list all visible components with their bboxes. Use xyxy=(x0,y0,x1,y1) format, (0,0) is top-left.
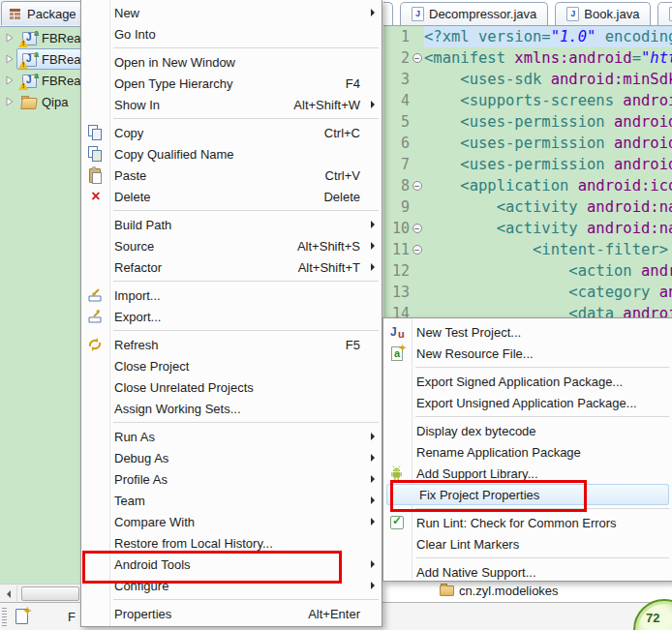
icon-spacer xyxy=(87,535,105,551)
submenu-item-clear-lint-markers[interactable]: Clear Lint Markers xyxy=(383,533,672,555)
menu-item-shortcut: Delete xyxy=(310,190,360,204)
icon-spacer xyxy=(87,358,105,374)
menu-item-open-type-hierarchy[interactable]: Open Type HierarchyF4 xyxy=(81,73,382,94)
menu-item-close-unrelated-projects[interactable]: Close Unrelated Projects xyxy=(81,376,382,398)
code-line-13[interactable]: 13 <category android:name xyxy=(383,282,672,303)
menu-item-show-in[interactable]: Show InAlt+Shift+W xyxy=(81,94,382,115)
copy-qualified-icon xyxy=(87,146,105,162)
code-line-11[interactable]: 11− <intent-filter> xyxy=(383,239,672,260)
submenu-item-add-native-support[interactable]: Add Native Support... xyxy=(383,561,672,583)
menu-separator xyxy=(113,47,379,48)
menu-item-label: New Test Project... xyxy=(416,325,521,340)
code-line-12[interactable]: 12 <action android:name xyxy=(383,260,672,282)
menu-item-profile-as[interactable]: Profile As xyxy=(81,468,382,490)
submenu-item-export-signed-application-package[interactable]: Export Signed Application Package... xyxy=(383,371,672,392)
submenu-item-run-lint-check-for-common-errors[interactable]: ✓Run Lint: Check for Common Errors xyxy=(383,512,672,533)
menu-item-compare-with[interactable]: Compare With xyxy=(81,511,382,532)
menu-item-refresh[interactable]: RefreshF5 xyxy=(81,334,382,355)
submenu-item-rename-application-package[interactable]: Rename Application Package xyxy=(383,441,672,463)
menu-item-import[interactable]: Import... xyxy=(81,285,382,306)
project-context-menu: NewGo IntoOpen in New WindowOpen Type Hi… xyxy=(80,0,382,627)
submenu-arrow-icon xyxy=(371,454,375,462)
scrollbar-thumb[interactable] xyxy=(21,586,79,601)
menu-item-shortcut: Ctrl+V xyxy=(312,168,360,183)
fold-column: − xyxy=(410,53,424,63)
junit-icon: Ju xyxy=(389,324,407,340)
menu-item-team[interactable]: Team xyxy=(81,490,382,511)
menu-item-label: Close Project xyxy=(114,359,189,374)
menu-item-properties[interactable]: PropertiesAlt+Enter xyxy=(81,603,382,624)
new-wizard-icon[interactable]: ✦ xyxy=(15,609,28,624)
menu-item-copy-qualified-name[interactable]: Copy Qualified Name xyxy=(81,143,382,165)
menu-item-label: Rename Application Package xyxy=(416,445,581,460)
menu-item-label: Source xyxy=(114,239,154,254)
speed-ball-value: 72 xyxy=(646,611,659,625)
menu-item-label: Copy Qualified Name xyxy=(114,147,234,162)
code-line-10[interactable]: 10− <activity android:name xyxy=(383,218,672,239)
menu-item-label: Run As xyxy=(114,430,155,444)
menu-item-source[interactable]: SourceAlt+Shift+S xyxy=(81,235,382,256)
menu-item-copy[interactable]: CopyCtrl+C xyxy=(81,122,382,143)
editor-tab-decompressor-java[interactable]: JDecompressor.java xyxy=(400,2,548,25)
copy-icon xyxy=(87,125,105,140)
new-resource-icon: a✦ xyxy=(389,345,407,361)
submenu-item-display-dex-bytecode[interactable]: Display dex bytecode xyxy=(383,420,672,441)
delete-icon: × xyxy=(87,189,105,204)
fold-column: − xyxy=(410,224,424,233)
fold-collapse-icon[interactable]: − xyxy=(412,245,422,255)
collapsed-twisty-icon[interactable] xyxy=(3,97,16,106)
fold-column: − xyxy=(410,245,424,255)
code-line-5[interactable]: 5 <uses-permission android:name xyxy=(383,111,672,133)
statusbar-grip[interactable] xyxy=(2,608,7,626)
code-line-8[interactable]: 8− <application android:icon xyxy=(383,175,672,196)
menu-item-label: Restore from Local History... xyxy=(114,536,273,551)
menu-item-label: Display dex bytecode xyxy=(416,424,536,438)
menu-item-shortcut: F4 xyxy=(332,76,360,91)
menu-item-close-project[interactable]: Close Project xyxy=(81,355,382,376)
menu-item-assign-working-sets[interactable]: Assign Working Sets... xyxy=(81,398,382,419)
collapsed-twisty-icon[interactable] xyxy=(3,33,16,43)
menu-item-debug-as[interactable]: Debug As xyxy=(81,447,382,468)
fold-collapse-icon[interactable]: − xyxy=(412,224,422,233)
menu-item-open-in-new-window[interactable]: Open in New Window xyxy=(81,51,382,73)
code-line-3[interactable]: 3 <uses-sdk android:minSdkVersion="8" xyxy=(383,69,672,90)
editor-tab-book-java[interactable]: JBook.java xyxy=(555,2,651,25)
code-line-7[interactable]: 7 <uses-permission android:name xyxy=(383,154,672,175)
menu-item-run-as[interactable]: Run As xyxy=(81,426,382,447)
submenu-item-new-resource-file[interactable]: a✦New Resource File... xyxy=(383,343,672,364)
menu-item-export[interactable]: Export... xyxy=(81,306,382,327)
code-line-6[interactable]: 6 <uses-permission android:name xyxy=(383,133,672,154)
submenu-item-export-unsigned-application-package[interactable]: Export Unsigned Application Package... xyxy=(383,392,672,413)
menu-item-go-into[interactable]: Go Into xyxy=(81,23,382,45)
code-line-2[interactable]: 2−<manifest xmlns:android="http://schema… xyxy=(383,47,672,69)
fold-collapse-icon[interactable]: − xyxy=(412,53,422,63)
refresh-icon xyxy=(87,337,105,352)
package-tree-row[interactable]: cn.zyl.modeliokes xyxy=(440,584,559,598)
collapsed-twisty-icon[interactable] xyxy=(3,75,16,85)
submenu-item-new-test-project[interactable]: JuNew Test Project... xyxy=(383,321,672,343)
menu-item-delete[interactable]: ×DeleteDelete xyxy=(81,186,382,207)
menu-item-label: Delete xyxy=(114,190,151,204)
code-line-9[interactable]: 9 <activity android:name xyxy=(383,196,672,218)
code-line-1[interactable]: 1<?xml version="1.0" encoding="utf-8"?> xyxy=(383,26,672,47)
editor-tab-p[interactable]: JP xyxy=(657,2,672,25)
menu-item-label: Properties xyxy=(114,607,171,621)
code-line-4[interactable]: 4 <supports-screens android:anyDensity xyxy=(383,90,672,111)
submenu-arrow-icon xyxy=(371,433,375,440)
fold-collapse-icon[interactable]: − xyxy=(412,181,422,191)
collapsed-twisty-icon[interactable] xyxy=(3,54,16,64)
editor-tab-partial[interactable] xyxy=(383,2,393,25)
menu-item-paste[interactable]: PasteCtrl+V xyxy=(81,165,382,186)
menu-item-build-path[interactable]: Build Path xyxy=(81,214,382,235)
menu-item-refactor[interactable]: RefactorAlt+Shift+T xyxy=(81,256,382,278)
menu-item-label: New xyxy=(114,6,139,20)
icon-spacer xyxy=(87,97,105,112)
editor-tab-bar: JDecompressor.javaJBook.javaJP xyxy=(383,0,672,26)
code-text: <activity android:name xyxy=(424,218,672,239)
line-number: 9 xyxy=(383,198,410,216)
menu-item-new[interactable]: New xyxy=(81,2,382,23)
scroll-left-button[interactable] xyxy=(0,585,17,602)
line-number: 3 xyxy=(383,71,410,88)
code-text: <uses-permission android:name xyxy=(424,154,672,175)
menu-item-label: Team xyxy=(114,494,145,508)
